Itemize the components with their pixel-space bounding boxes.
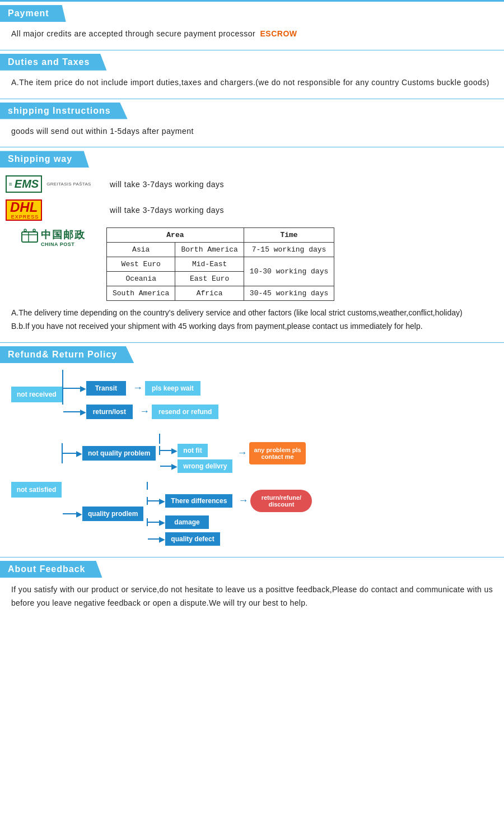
dhl-carrier-row: DHL EXPRESS will take 3-7days working da… (6, 199, 498, 221)
dhl-logo: DHL EXPRESS (6, 199, 101, 221)
shipping-notes: A.The delivery time depending on the cou… (6, 301, 498, 333)
chinapost-logo: 中国邮政 CHINA POST (6, 227, 101, 248)
table-row: Asia Borth America 7-15 working days (107, 243, 334, 257)
chinapost-table-wrap: Area Time Asia Borth America 7-15 workin… (106, 227, 334, 301)
main-wrapper: Payment All major credits are accepted t… (0, 0, 504, 619)
not-received-flow: not received ▶ Transit → (11, 370, 498, 419)
shipping-instructions-title: shipping Instructions (0, 103, 128, 119)
table-cell: Africa (175, 286, 244, 301)
escrow-label: ESCROW (260, 29, 297, 38)
duties-text: A.The item price do not include import d… (11, 76, 493, 90)
feedback-title: About Feedback (0, 561, 102, 578)
feedback-section: About Feedback If you satisfy with our p… (0, 557, 504, 619)
feedback-content: If you satisfy with our product or servi… (0, 579, 504, 619)
refund-diagram: not received ▶ Transit → (0, 364, 504, 557)
not-quality-box: not quality problem (82, 446, 156, 461)
table-cell: 10-30 working days (244, 257, 334, 286)
ems-logo: ≡ EMS GREITASIS PAŠTAS (6, 175, 101, 193)
not-satisfied-box: not satisfied (11, 482, 62, 498)
svg-point-2 (33, 229, 35, 231)
return-refund-box: return/refune/discount (250, 490, 312, 512)
shipping-note2: B.b.If you have not received your shipme… (11, 320, 493, 333)
there-differences-box: There differences (165, 494, 232, 508)
shipping-instructions-section: shipping Instructions goods will send ou… (0, 99, 504, 148)
dhl-text: will take 3-7days working days (110, 206, 224, 215)
quality-prodlem-box: quality prodlem (82, 507, 143, 521)
svg-point-1 (24, 229, 26, 231)
ems-text: will take 3-7days working days (110, 180, 224, 189)
shipping-note1: A.The delivery time depending on the cou… (11, 306, 493, 320)
table-row: South America Africa 30-45 working days (107, 286, 334, 301)
table-cell: East Euro (175, 272, 244, 286)
wrong-delivry-box: wrong delivry (178, 459, 232, 473)
table-cell: Mid-East (175, 257, 244, 272)
table-cell: Oceania (107, 272, 175, 286)
shipping-instructions-text: goods will send out within 1-5days after… (11, 125, 493, 138)
transit-box: Transit (86, 381, 126, 396)
table-header-area: Area (107, 228, 244, 243)
payment-section: Payment All major credits are accepted t… (0, 0, 504, 50)
table-cell: Borth America (175, 243, 244, 257)
duties-section: Duties and Taxes A.The item price do not… (0, 50, 504, 99)
not-satisfied-flow: not satisfied ▶ not quality problem (11, 434, 498, 546)
shipping-instructions-content: goods will send out within 1-5days after… (0, 120, 504, 147)
shipping-table: Area Time Asia Borth America 7-15 workin… (106, 227, 334, 301)
table-row: West Euro Mid-East 10-30 working days (107, 257, 334, 272)
any-problem-box: any problem plscontact me (249, 442, 305, 464)
table-header-time: Time (244, 228, 334, 243)
pls-keep-wait-box: pls keep wait (145, 381, 200, 396)
shipping-way-content: ≡ EMS GREITASIS PAŠTAS will take 3-7days… (0, 171, 504, 342)
refund-section: Refund& Return Policy not received (0, 343, 504, 557)
refund-title: Refund& Return Policy (0, 346, 134, 363)
table-cell: Asia (107, 243, 175, 257)
table-cell: 7-15 working days (244, 243, 334, 257)
ems-carrier-row: ≡ EMS GREITASIS PAŠTAS will take 3-7days… (6, 175, 498, 193)
shipping-way-title: Shipping way (0, 151, 89, 168)
not-fit-box: not fit (178, 444, 207, 457)
duties-content: A.The item price do not include import d… (0, 72, 504, 99)
svg-rect-0 (22, 232, 38, 242)
damage-box: damage (165, 515, 208, 529)
table-cell: West Euro (107, 257, 175, 272)
payment-title: Payment (0, 5, 66, 22)
payment-content: All major credits are accepted through s… (0, 23, 504, 50)
table-cell: South America (107, 286, 175, 301)
payment-text: All major credits are accepted through s… (11, 27, 493, 41)
feedback-text: If you satisfy with our product or servi… (11, 583, 493, 610)
shipping-way-section: Shipping way ≡ EMS GREITASIS PAŠTAS (0, 147, 504, 343)
chinapost-row: 中国邮政 CHINA POST Area Time (6, 227, 498, 301)
resend-refund-box: resend or refund (152, 405, 218, 419)
return-lost-box: return/lost (86, 405, 133, 419)
table-cell: 30-45 working days (244, 286, 334, 301)
duties-title: Duties and Taxes (0, 54, 106, 71)
not-received-box: not received (11, 387, 62, 402)
quality-defect-box: quality defect (165, 532, 220, 546)
